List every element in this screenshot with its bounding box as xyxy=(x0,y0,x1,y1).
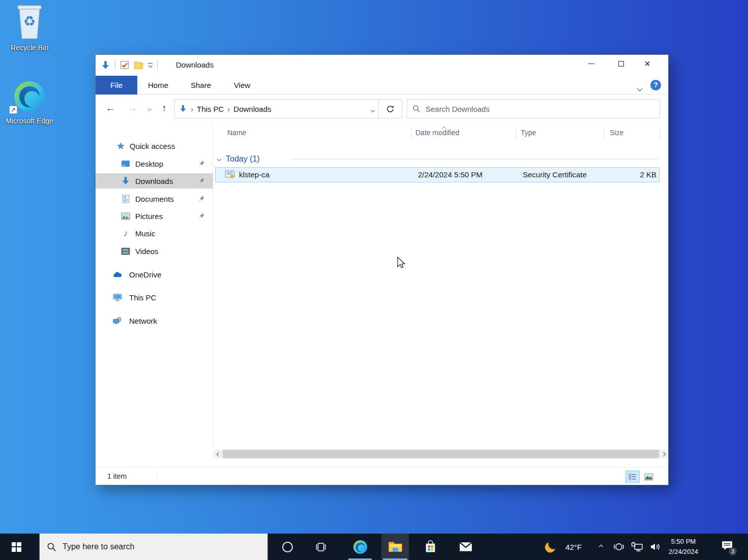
recent-locations-chevron-icon[interactable] xyxy=(142,102,157,115)
breadcrumb-downloads[interactable]: Downloads xyxy=(233,105,271,113)
large-icons-view-button[interactable] xyxy=(642,471,656,483)
breadcrumb-this-pc[interactable]: This PC xyxy=(197,105,224,113)
tab-share[interactable]: Share xyxy=(185,76,217,95)
explorer-search-input[interactable] xyxy=(426,105,654,113)
minimize-button[interactable] xyxy=(580,55,603,72)
explorer-search-box[interactable] xyxy=(407,99,660,118)
desktop-icon-recycle-bin[interactable]: ♻ Recycle Bin xyxy=(4,4,55,53)
horizontal-scrollbar[interactable] xyxy=(214,450,668,458)
column-header-type[interactable]: Type xyxy=(521,129,536,137)
tab-file[interactable]: File xyxy=(96,76,137,95)
search-icon xyxy=(412,105,421,113)
sidebar-item-onedrive[interactable]: OneDrive xyxy=(96,267,213,282)
sidebar-item-desktop[interactable]: Desktop xyxy=(96,156,213,171)
task-view-button[interactable] xyxy=(309,534,333,560)
taskbar-edge-button[interactable] xyxy=(347,534,373,560)
sidebar-item-label: OneDrive xyxy=(129,270,161,279)
window-title: Downloads xyxy=(176,60,214,69)
refresh-button[interactable] xyxy=(378,99,402,118)
weather-moon-icon[interactable] xyxy=(540,534,560,560)
scrollbar-thumb[interactable] xyxy=(223,450,659,458)
taskbar-mail-button[interactable] xyxy=(454,534,478,560)
sidebar-item-pictures[interactable]: Pictures xyxy=(96,208,213,224)
titlebar[interactable]: Downloads × xyxy=(96,55,668,76)
taskbar-search-input[interactable] xyxy=(63,542,260,551)
group-header-today[interactable]: Today (1) xyxy=(218,153,260,165)
up-button[interactable]: ↑ xyxy=(157,102,171,115)
microsoft-store-icon xyxy=(425,540,436,553)
file-explorer-icon xyxy=(388,541,403,553)
hidden-icons-chevron-icon[interactable] xyxy=(594,534,608,560)
file-explorer-window: Downloads × File Home Share View ? ← → ↑ xyxy=(95,54,669,485)
expand-ribbon-chevron-icon[interactable] xyxy=(638,83,642,92)
quick-access-toolbar xyxy=(101,58,158,72)
weather-temperature[interactable]: 42°F xyxy=(560,534,587,560)
clock-date: 2/24/2024 xyxy=(662,547,705,557)
file-list-pane: Name Date modified Type Size Today (1) xyxy=(214,122,668,458)
sidebar-item-downloads[interactable]: Downloads xyxy=(96,173,213,189)
taskbar-search-box[interactable] xyxy=(39,534,268,560)
forward-button[interactable]: → xyxy=(125,102,139,115)
start-button[interactable] xyxy=(0,534,33,560)
downloads-arrow-icon xyxy=(121,176,130,185)
customize-qat-dropdown-icon[interactable] xyxy=(148,63,153,67)
search-icon xyxy=(47,542,56,552)
close-button[interactable]: × xyxy=(636,55,659,72)
details-view-button[interactable] xyxy=(625,471,640,483)
maximize-icon xyxy=(618,61,624,67)
taskbar-clock[interactable]: 5:50 PM 2/24/2024 xyxy=(662,537,705,556)
edge-icon xyxy=(13,80,46,113)
properties-icon[interactable] xyxy=(120,60,129,70)
recycle-symbol: ♻ xyxy=(14,13,45,29)
address-bar[interactable]: › This PC › Downloads xyxy=(174,99,379,118)
file-row-klstep-ca[interactable]: klstep-ca 2/24/2024 5:50 PM Security Cer… xyxy=(215,167,660,182)
column-headers: Name Date modified Type Size xyxy=(214,126,668,141)
qat-separator xyxy=(157,60,158,70)
sidebar-item-music[interactable]: ♪ Music xyxy=(96,226,213,241)
pin-icon xyxy=(198,160,205,167)
cortana-button[interactable] xyxy=(275,534,300,560)
help-button[interactable]: ? xyxy=(650,80,661,90)
meet-now-icon[interactable] xyxy=(610,534,627,560)
group-header-label: Today (1) xyxy=(226,154,260,164)
status-bar: 1 item xyxy=(96,467,668,485)
qat-separator xyxy=(115,60,115,70)
tab-home[interactable]: Home xyxy=(142,76,174,95)
scroll-left-arrow-icon[interactable] xyxy=(214,450,223,458)
sidebar-item-network[interactable]: Network xyxy=(96,313,213,328)
sidebar-item-label: Videos xyxy=(135,247,159,256)
sidebar-item-documents[interactable]: Documents xyxy=(96,191,213,206)
taskbar-file-explorer-button[interactable] xyxy=(381,534,409,560)
file-size: 2 KB xyxy=(606,170,656,179)
clock-time: 5:50 PM xyxy=(662,537,705,547)
sidebar-item-label: Desktop xyxy=(135,160,163,168)
sidebar-item-this-pc[interactable]: This PC xyxy=(96,290,213,305)
sidebar-item-videos[interactable]: Videos xyxy=(96,243,213,259)
column-header-date-modified[interactable]: Date modified xyxy=(415,129,459,137)
sidebar-item-label: Pictures xyxy=(135,212,163,221)
column-header-name[interactable]: Name xyxy=(227,129,246,137)
notification-center-button[interactable]: 3 xyxy=(716,534,738,560)
back-button[interactable]: ← xyxy=(103,102,117,115)
sidebar-item-quick-access[interactable]: Quick access xyxy=(96,138,213,153)
videos-icon xyxy=(121,246,130,256)
refresh-icon xyxy=(386,105,395,113)
scroll-right-arrow-icon[interactable] xyxy=(659,450,668,458)
ribbon-tabs: File Home Share View ? xyxy=(96,76,668,95)
music-note-icon: ♪ xyxy=(121,229,130,238)
tab-view[interactable]: View xyxy=(226,76,258,95)
address-dropdown-chevron-icon[interactable] xyxy=(371,105,374,113)
windows-logo-icon xyxy=(12,542,21,552)
downloads-folder-icon xyxy=(101,60,110,70)
column-header-size[interactable]: Size xyxy=(610,129,623,137)
taskbar-store-button[interactable] xyxy=(418,534,442,560)
file-type: Security Certificate xyxy=(523,170,587,179)
desktop-monitor-icon xyxy=(121,159,130,168)
mouse-cursor xyxy=(395,257,407,272)
maximize-button[interactable] xyxy=(609,55,633,72)
new-folder-icon[interactable] xyxy=(134,61,143,70)
sidebar-item-label: Music xyxy=(135,229,155,238)
shortcut-arrow-badge: ↗ xyxy=(9,106,17,114)
desktop-icon-microsoft-edge[interactable]: ↗ Microsoft Edge xyxy=(4,80,55,126)
network-tray-icon[interactable] xyxy=(629,534,646,560)
